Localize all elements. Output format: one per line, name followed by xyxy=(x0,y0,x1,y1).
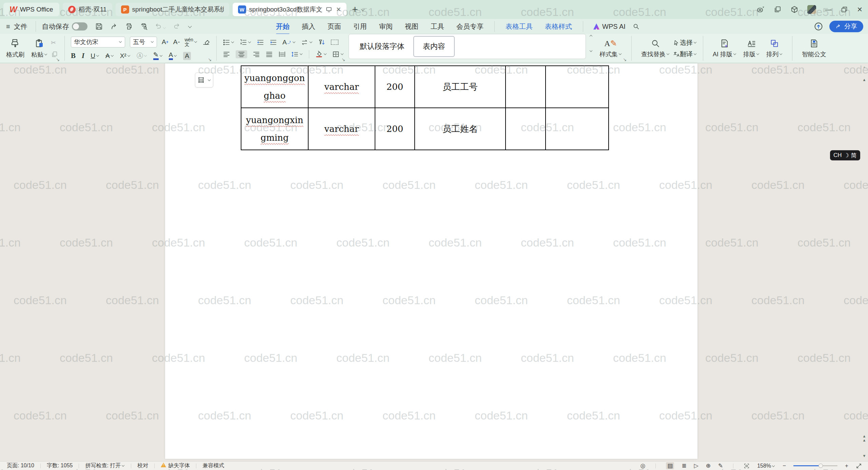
menu-home[interactable]: 开始 xyxy=(271,20,294,33)
text-direction-button[interactable]: A xyxy=(282,39,296,46)
align-right-button[interactable] xyxy=(253,51,260,57)
cloud-upload-icon[interactable] xyxy=(814,22,823,31)
save-icon[interactable] xyxy=(95,22,103,31)
pinyin-guide-button[interactable]: wén文 xyxy=(184,37,197,47)
superscript-button[interactable]: X² xyxy=(120,52,131,60)
line-spacing-button[interactable] xyxy=(291,51,303,57)
tab-word-document-active[interactable]: W springboot3o3cd数据库文 ✕ xyxy=(233,3,347,16)
cell-empty[interactable] xyxy=(506,66,546,108)
table-select-button[interactable] xyxy=(195,73,213,87)
cell-field-length[interactable]: 200 xyxy=(375,66,415,108)
share-button[interactable]: 分享 xyxy=(829,21,863,32)
highlight-color-button[interactable]: ✎ xyxy=(153,52,163,60)
find-replace-button[interactable]: 查找替换 xyxy=(638,37,673,60)
character-shading-button[interactable]: A xyxy=(183,52,191,60)
zoom-out-button[interactable]: − xyxy=(783,463,786,469)
translate-button[interactable]: 翻译 xyxy=(673,50,697,59)
zoom-level[interactable]: 158% xyxy=(757,463,775,469)
cell-field-type[interactable]: varchar xyxy=(308,108,375,150)
file-menu[interactable]: 文件 xyxy=(14,22,27,31)
layout-button[interactable]: 排版 xyxy=(740,37,763,60)
cell-field-name[interactable]: yuangonggonghao xyxy=(241,66,308,108)
gallery-scroll-up-icon[interactable] xyxy=(590,35,592,38)
align-justify-button[interactable] xyxy=(265,51,273,57)
zoom-slider[interactable] xyxy=(793,465,837,466)
paste-button[interactable]: 粘贴 xyxy=(28,37,51,60)
cell-empty[interactable] xyxy=(546,108,609,150)
menu-wps-ai[interactable]: WPS AI xyxy=(589,23,630,31)
cell-field-type[interactable]: varchar xyxy=(308,66,375,108)
decrease-indent-button[interactable] xyxy=(257,39,264,46)
page-indicator[interactable]: 页面: 10/10 xyxy=(7,462,34,469)
search-icon[interactable] xyxy=(632,23,640,30)
style-default-font[interactable]: 默认段落字体 xyxy=(351,37,413,56)
web-view-icon[interactable]: ⊕ xyxy=(706,462,711,469)
proofread-button[interactable]: 校对 xyxy=(137,462,148,469)
fullscreen-icon[interactable] xyxy=(856,463,862,469)
cube-icon[interactable] xyxy=(790,5,798,14)
cell-field-comment[interactable]: 员工姓名 xyxy=(415,108,506,150)
wrap-direction-button[interactable] xyxy=(301,39,313,46)
cell-empty[interactable] xyxy=(546,66,609,108)
underline-button[interactable]: U xyxy=(91,52,99,60)
gallery-scroll-down-icon[interactable] xyxy=(589,47,593,54)
new-tab-button[interactable]: + xyxy=(352,4,358,15)
borders-button[interactable] xyxy=(332,51,344,58)
wps-home-button[interactable]: W WPS Office xyxy=(3,3,59,16)
compat-mode-indicator[interactable]: 兼容模式 xyxy=(202,462,224,469)
edit-pen-icon[interactable]: ✎ xyxy=(718,462,723,469)
align-center-button[interactable] xyxy=(236,50,247,58)
page-view-icon[interactable]: ▤ xyxy=(666,462,674,469)
menu-page[interactable]: 页面 xyxy=(323,20,346,33)
font-name-combobox[interactable]: 华文仿宋 xyxy=(71,37,125,47)
align-left-button[interactable] xyxy=(223,51,230,57)
print-icon[interactable] xyxy=(125,22,133,31)
distribute-button[interactable] xyxy=(278,51,286,57)
paragraph-dialog-launcher[interactable]: ↘ xyxy=(341,57,345,62)
spellcheck-status[interactable]: 拼写检查: 打开 xyxy=(85,462,125,469)
scroll-up-icon[interactable]: ▲ xyxy=(861,78,867,82)
hamburger-icon[interactable]: ≡ xyxy=(6,23,11,31)
menu-reference[interactable]: 引用 xyxy=(349,20,372,33)
close-tab-icon[interactable]: ✕ xyxy=(336,6,341,13)
font-color-button[interactable]: A xyxy=(169,52,177,60)
text-effects-button[interactable]: Ⓐ xyxy=(137,52,147,60)
word-count[interactable]: 字数: 1055 xyxy=(47,462,73,469)
strikethrough-button[interactable]: A xyxy=(105,52,114,60)
bold-button[interactable]: B xyxy=(71,52,76,60)
cell-field-name[interactable]: yuangongxingming xyxy=(241,108,308,150)
ime-badge[interactable]: CH ☽ 简 xyxy=(830,150,860,160)
redo-button[interactable] xyxy=(173,22,180,31)
fit-page-icon[interactable] xyxy=(744,463,750,469)
menu-view[interactable]: 视图 xyxy=(400,20,423,33)
clipboard-dialog-launcher[interactable]: ↘ xyxy=(56,57,60,62)
vertical-scrollbar[interactable]: ⌃ ▲ ▲▲ ▼ xyxy=(861,63,867,461)
zoom-slider-handle[interactable] xyxy=(818,464,823,468)
shading-button[interactable] xyxy=(315,51,327,58)
smart-doc-button[interactable]: 智能公文 xyxy=(798,37,830,60)
minimize-button[interactable]: — xyxy=(825,6,832,14)
styleset-button[interactable]: A✎ 样式集 xyxy=(596,37,625,60)
user-avatar[interactable] xyxy=(807,5,816,14)
decrease-font-button[interactable]: A− xyxy=(173,38,180,46)
monitor-icon[interactable] xyxy=(326,6,332,13)
cell-empty[interactable] xyxy=(506,108,546,150)
tab-daoke[interactable]: 稻壳·双11 xyxy=(63,3,112,16)
restore-button[interactable] xyxy=(841,6,848,13)
outline-view-icon[interactable]: ≣ xyxy=(682,462,686,469)
styleset-dialog-launcher[interactable]: ↘ xyxy=(623,57,627,62)
scroll-down-icon[interactable]: ▼ xyxy=(861,454,867,458)
eye-protect-icon[interactable]: ◎ xyxy=(640,462,645,469)
menu-review[interactable]: 审阅 xyxy=(374,20,397,33)
font-dialog-launcher[interactable]: ↘ xyxy=(208,57,212,62)
close-window-button[interactable]: ✕ xyxy=(857,5,863,14)
autosave-toggle[interactable] xyxy=(72,22,87,31)
bullet-list-button[interactable] xyxy=(223,39,234,46)
increase-indent-button[interactable] xyxy=(270,39,277,46)
ai-layout-button[interactable]: AI 排版 xyxy=(709,37,740,60)
tab-ppt-document[interactable]: P springboot二手儿童绘本交易系统设 xyxy=(116,3,229,16)
export-icon[interactable] xyxy=(110,22,118,31)
cut-icon[interactable]: ✂ xyxy=(51,39,58,46)
tab-list-chevron-icon[interactable] xyxy=(361,7,364,11)
format-painter-button[interactable]: 格式刷 xyxy=(3,37,28,60)
